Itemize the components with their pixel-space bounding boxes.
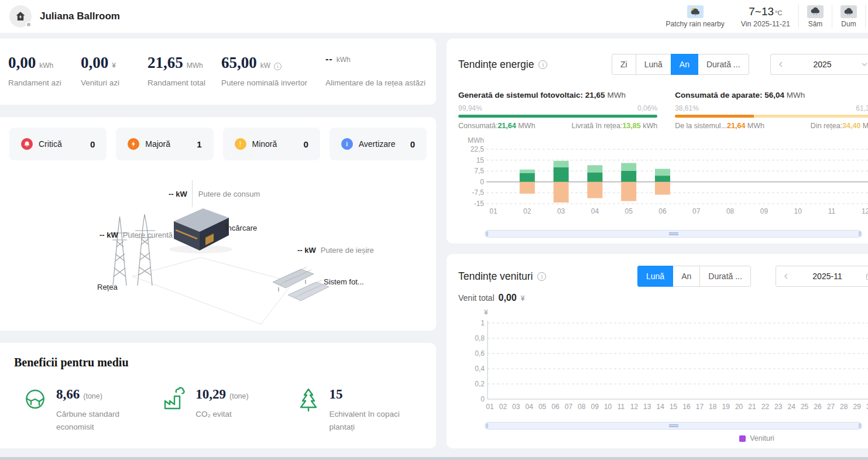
alarm-count: 0 [90,139,95,149]
svg-text:02: 02 [499,403,507,411]
tab-duration[interactable]: Durată ... [698,54,749,75]
svg-text:25: 25 [801,403,809,411]
svg-text:02: 02 [523,207,531,215]
svg-text:07: 07 [692,207,701,215]
total-revenue-row: Venit total 0,00 ¥ [458,293,868,303]
co2-avoided-item: 10,29(tone) CO₂ evitat [162,387,295,433]
tab-year[interactable]: An [673,266,700,287]
environment-benefits-card: Beneficii pentru mediu 8,66(tone) Cărbun… [0,343,436,448]
alarm-major-chip[interactable]: Majoră 1 [116,128,213,160]
svg-text:08: 08 [578,403,586,411]
svg-text:0,4: 0,4 [475,365,485,373]
alarms-and-flow-card: Critică 0 Majoră 1 ! Minoră 0 [0,117,436,331]
svg-text:0: 0 [480,178,484,186]
revenue-period-tabs: Lună An Durată ... [637,266,751,287]
svg-text:04: 04 [591,207,599,215]
kpi-stats-card: 0,00kWh Randament azi 0,00¥ Venituri azi… [0,39,436,105]
pv-system-label: Sistem fot... [324,277,364,286]
svg-text:11: 11 [617,403,625,411]
svg-text:0,8: 0,8 [475,334,485,342]
svg-text:14: 14 [657,403,665,411]
tab-month[interactable]: Lună [637,266,673,287]
svg-text:03: 03 [557,207,565,215]
plant-avatar[interactable] [9,5,32,28]
coal-saved-item: 8,66(tone) Cărbune standard economisit [22,387,162,433]
alarm-warning-chip[interactable]: i Avertizare 0 [330,128,427,160]
pv-output-power-label: -- kW Putere de ieșire [297,246,374,255]
info-icon[interactable]: i [538,60,547,69]
solar-panels-illustration [270,260,331,304]
legend-item[interactable]: Venituri [739,434,774,442]
stat-total-yield: 21,65MWh Randament total [147,54,221,105]
revenue-chart-scrollbar[interactable] [485,422,862,430]
alarm-minor-chip[interactable]: ! Minoră 0 [223,128,320,160]
revenue-chart-legend: Venituri [458,434,868,442]
major-alarm-icon [128,138,139,150]
svg-text:1: 1 [481,319,485,327]
weather-condition: Patchy rain nearby [666,20,725,28]
svg-text:24: 24 [788,403,796,411]
tab-duration[interactable]: Durată ... [699,266,751,287]
month-selector[interactable]: 2025-11 [776,266,868,287]
svg-text:23: 23 [774,403,783,411]
weather-strip: Patchy rain nearby 7~13°C Vin 2025-11-21 [658,0,866,33]
pv-generation-summary: Generată de sistemul fotovoltaic: 21,65 … [458,91,657,130]
trees-equivalent-item: 15 Echivalent în copaci plantați [296,387,422,433]
svg-text:12: 12 [630,403,639,411]
weather-rain-cloud-icon [807,5,824,18]
grid-power-label: -- kW Putere curentă [100,231,173,239]
dashboard-screen: Juliana Ballroom Patchy rain nearby 7~13… [0,0,868,460]
energy-trends-title: Tendințe energie [458,59,534,71]
status-dot [26,22,32,28]
grid-label: Rețea [97,283,118,291]
svg-text:05: 05 [625,207,633,215]
svg-text:10: 10 [604,403,612,411]
year-selector[interactable]: 2025 [770,54,868,75]
tab-year[interactable]: An [671,54,698,75]
svg-text:15: 15 [476,156,485,164]
home-energy-icon [15,11,26,22]
svg-text:22,5: 22,5 [471,145,485,153]
energy-bar-chart: MWh22,5157,50-7,5-1501020304050607080910… [458,135,868,226]
horizontal-page-scrollbar[interactable] [0,457,868,460]
svg-text:-7,5: -7,5 [472,188,484,197]
svg-text:0,6: 0,6 [475,349,485,358]
svg-text:09: 09 [760,207,768,215]
critical-alarm-icon [21,138,33,150]
chevron-down-icon [861,61,868,67]
stat-grid-supply-today: --kWh Alimentare de la rețea astăzi [325,54,437,105]
info-icon[interactable]: i [274,63,282,70]
svg-text:01: 01 [489,207,498,215]
energy-chart-scrollbar[interactable] [485,230,862,238]
svg-text:17: 17 [696,403,704,411]
svg-text:21: 21 [748,403,756,411]
alarm-count: 0 [410,139,415,149]
chevron-left-icon[interactable] [778,61,784,68]
info-icon[interactable]: i [537,272,546,281]
forecast-day: Sâm [808,20,823,28]
svg-text:27: 27 [827,403,835,411]
svg-text:¥: ¥ [483,308,488,317]
alarm-critical-chip[interactable]: Critică 0 [9,128,107,160]
environment-title: Beneficii pentru mediu [14,356,422,369]
svg-text:28: 28 [840,403,848,411]
factory-icon [162,387,187,413]
stat-revenue-today: 0,00¥ Venituri azi [81,54,147,105]
svg-text:7,5: 7,5 [474,167,484,175]
svg-text:29: 29 [853,403,862,411]
svg-text:0: 0 [481,395,485,403]
alarm-summary-row: Critică 0 Majoră 1 ! Minoră 0 [9,128,427,160]
svg-text:05: 05 [538,403,547,411]
tree-icon [296,387,321,413]
alarm-count: 0 [303,139,308,149]
svg-text:26: 26 [814,403,822,411]
consumption-summary: Consumată de aparate: 56,04 MWh 38,61%61… [675,91,868,130]
building-illustration [167,204,235,254]
tab-day[interactable]: Zi [612,54,636,75]
revenue-trends-panel: Tendințe venituri i Lună An Durată ... 2… [447,254,868,448]
chevron-left-icon[interactable] [783,273,789,280]
tab-month[interactable]: Lună [636,54,671,75]
coal-icon [22,387,48,413]
divider [192,180,193,207]
svg-text:0,2: 0,2 [475,380,485,388]
